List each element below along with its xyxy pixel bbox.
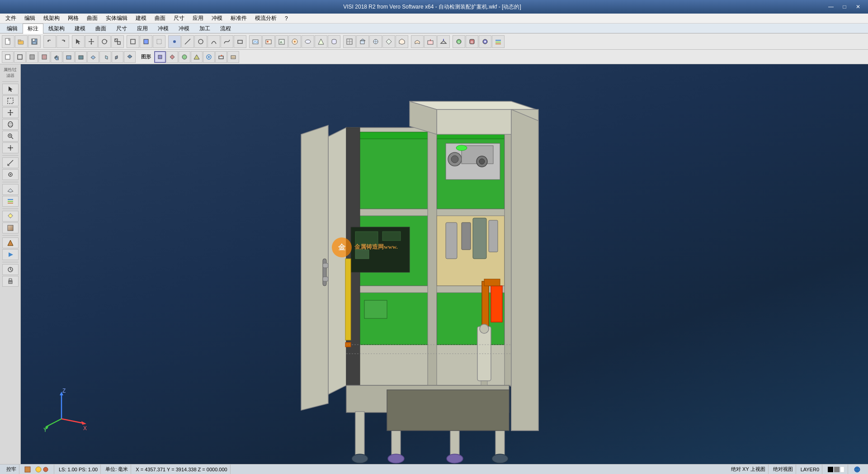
tb-undo[interactable] [43,35,56,48]
sidebar-btn-light[interactable] [2,211,19,222]
tb-cube-left[interactable] [112,51,123,63]
tb-sec-1[interactable] [2,51,14,63]
tb-cube-bottom[interactable] [124,51,136,63]
sidebar-btn-render[interactable] [2,237,19,248]
tb-wp3[interactable] [437,35,450,48]
tb-cube-top[interactable] [87,51,99,63]
menu-surface[interactable]: 曲面 [83,14,101,23]
tb-select[interactable] [72,35,85,48]
sidebar-btn-rotate3d[interactable] [2,119,19,130]
menu-mesh[interactable]: 网格 [64,14,82,23]
tb-cube-front[interactable] [63,51,75,63]
tb-image2[interactable] [262,35,275,48]
tb-image1[interactable] [249,35,262,48]
tb-cube-right[interactable] [99,51,111,63]
sidebar-btn-layer-mgr[interactable] [2,196,19,207]
sidebar-btn-measure[interactable] [2,157,19,168]
menu-surface2[interactable]: 曲面 [151,14,169,23]
sidebar-btn-material[interactable] [2,223,19,233]
menu-solid-edit[interactable]: 实体编辑 [102,14,131,23]
tb-shape1[interactable] [154,51,166,63]
tb-image4[interactable] [288,35,301,48]
sidebar-btn-pan[interactable] [2,142,19,153]
sidebar-btn-tools[interactable] [2,276,19,287]
tb-open[interactable] [15,35,28,48]
tb-wp2[interactable] [424,35,437,48]
tb-view1[interactable] [343,35,356,48]
sidebar-btn-plane[interactable] [2,184,19,195]
tb-circle[interactable] [194,35,207,48]
tb-shape2[interactable] [166,51,178,63]
tb-shade[interactable] [140,35,152,48]
tb-image5[interactable] [302,35,314,48]
sidebar-btn-zoom[interactable] [2,131,19,142]
tb-hidden[interactable] [153,35,165,48]
tb-sys3[interactable] [479,35,491,48]
tb-sec-4[interactable] [38,51,50,63]
menu-wireframe[interactable]: 线架构 [40,14,63,23]
tab-wireframe[interactable]: 线架构 [43,24,70,33]
tab-dimension[interactable]: 尺寸 [111,24,132,33]
menu-help[interactable]: ? [281,14,292,23]
menu-build[interactable]: 建模 [132,14,150,23]
tab-stamp2[interactable]: 冲模 [174,24,194,33]
tab-stamp[interactable]: 冲模 [153,24,174,33]
tab-machining[interactable]: 加工 [194,24,215,33]
tab-edit[interactable]: 编辑 [2,24,23,33]
tb-arc[interactable] [208,35,220,48]
tb-move[interactable] [85,35,98,48]
tb-redo[interactable] [57,35,69,48]
tb-sys1[interactable]: S [453,35,465,48]
menu-file[interactable]: 文件 [2,14,20,23]
menu-dimension[interactable]: 尺寸 [170,14,188,23]
tab-annotation[interactable]: 标注 [23,24,43,34]
tb-image6[interactable] [315,35,327,48]
tb-sys2[interactable]: R [466,35,478,48]
tb-image7[interactable] [328,35,340,48]
tb-rect[interactable] [234,35,246,48]
tab-apply[interactable]: 应用 [132,24,153,33]
tb-rotate[interactable] [98,35,111,48]
tab-surface[interactable]: 曲面 [90,24,111,33]
tb-view2[interactable] [356,35,369,48]
tb-image3[interactable]: A [275,35,288,48]
viewport[interactable]: 金 金属铸造网www. Z X [21,64,868,464]
tb-shape6[interactable] [215,51,227,63]
tb-line[interactable] [181,35,194,48]
maximize-button[interactable]: □ [838,2,851,12]
tb-cube-perspective[interactable] [51,51,62,63]
tab-flow[interactable]: 流程 [215,24,236,33]
tb-view5[interactable] [396,35,408,48]
tb-layer[interactable] [492,35,505,48]
menu-flow[interactable]: 模流分析 [251,14,280,23]
tb-shape5[interactable] [203,51,215,63]
tb-cube-back[interactable] [75,51,87,63]
tb-new[interactable] [2,35,14,48]
sidebar-btn-snap[interactable] [2,169,19,180]
tb-view3[interactable] [369,35,382,48]
tb-sec-2[interactable] [14,51,26,63]
tb-shape3[interactable] [179,51,190,63]
tb-save[interactable] [28,35,41,48]
tb-point[interactable] [168,35,181,48]
tb-wire[interactable] [127,35,139,48]
tb-scale[interactable] [111,35,124,48]
tb-shape7[interactable] [227,51,239,63]
menu-standard[interactable]: 标准件 [227,14,250,23]
minimize-button[interactable]: — [825,2,837,12]
sidebar-btn-move[interactable] [2,107,19,118]
sidebar-btn-history[interactable] [2,264,19,275]
tb-sec-3[interactable] [26,51,38,63]
sidebar-btn-animation[interactable] [2,249,19,260]
sidebar-btn-select[interactable] [2,95,19,106]
tb-spline[interactable] [221,35,233,48]
sidebar-btn-cursor[interactable] [2,84,19,95]
tb-shape4[interactable] [191,51,203,63]
tab-modeling[interactable]: 建模 [70,24,90,33]
menu-edit[interactable]: 编辑 [21,14,39,23]
tb-wp1[interactable] [411,35,424,48]
tb-view4[interactable] [382,35,395,48]
menu-apply[interactable]: 应用 [189,14,207,23]
close-button[interactable]: ✕ [852,2,864,12]
menu-stamp[interactable]: 冲模 [208,14,226,23]
